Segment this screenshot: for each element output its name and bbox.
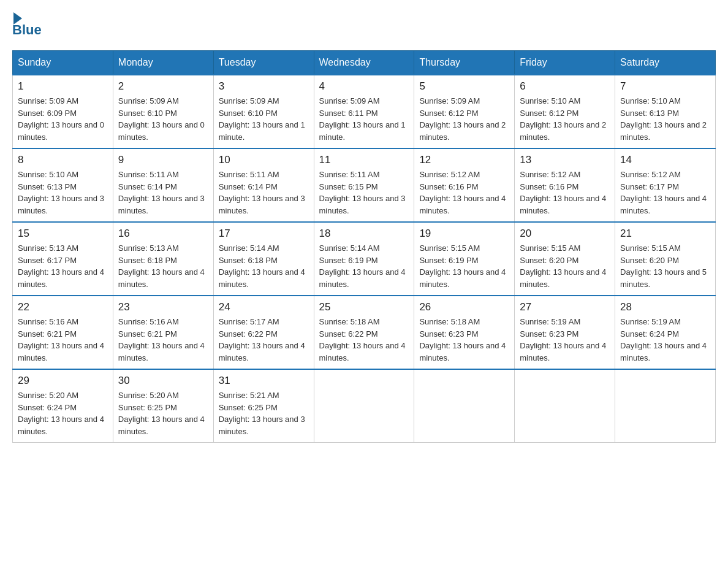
daylight-label: Daylight: 13 hours and 4 minutes. <box>620 194 707 215</box>
calendar-week-row: 1 Sunrise: 5:09 AM Sunset: 6:09 PM Dayli… <box>13 75 716 148</box>
sunset-label: Sunset: 6:13 PM <box>620 109 679 118</box>
calendar-week-row: 22 Sunrise: 5:16 AM Sunset: 6:21 PM Dayl… <box>13 296 716 369</box>
day-info: Sunrise: 5:19 AM Sunset: 6:24 PM Dayligh… <box>620 316 710 364</box>
sunset-label: Sunset: 6:14 PM <box>219 182 278 191</box>
calendar-day-cell <box>414 369 515 443</box>
day-info: Sunrise: 5:19 AM Sunset: 6:23 PM Dayligh… <box>520 316 610 364</box>
day-info: Sunrise: 5:12 AM Sunset: 6:16 PM Dayligh… <box>520 169 610 216</box>
sunrise-label: Sunrise: 5:12 AM <box>419 170 480 179</box>
sunrise-label: Sunrise: 5:19 AM <box>620 317 681 326</box>
sunset-label: Sunset: 6:12 PM <box>419 109 478 118</box>
header-tuesday: Tuesday <box>213 51 314 75</box>
sunrise-label: Sunrise: 5:20 AM <box>118 391 179 400</box>
sunset-label: Sunset: 6:13 PM <box>18 182 77 191</box>
sunset-label: Sunset: 6:18 PM <box>219 256 278 265</box>
day-info: Sunrise: 5:10 AM Sunset: 6:13 PM Dayligh… <box>18 169 108 216</box>
calendar-day-cell: 11 Sunrise: 5:11 AM Sunset: 6:15 PM Dayl… <box>314 148 414 222</box>
sunrise-label: Sunrise: 5:13 AM <box>118 243 179 253</box>
calendar-week-row: 29 Sunrise: 5:20 AM Sunset: 6:24 PM Dayl… <box>13 369 716 443</box>
daylight-label: Daylight: 13 hours and 2 minutes. <box>419 120 506 142</box>
calendar-day-cell: 8 Sunrise: 5:10 AM Sunset: 6:13 PM Dayli… <box>13 148 113 222</box>
calendar-day-cell: 23 Sunrise: 5:16 AM Sunset: 6:21 PM Dayl… <box>113 296 213 369</box>
sunset-label: Sunset: 6:18 PM <box>118 256 177 265</box>
day-info: Sunrise: 5:13 AM Sunset: 6:18 PM Dayligh… <box>118 242 208 290</box>
calendar-day-cell: 27 Sunrise: 5:19 AM Sunset: 6:23 PM Dayl… <box>515 296 615 369</box>
calendar-day-cell: 30 Sunrise: 5:20 AM Sunset: 6:25 PM Dayl… <box>113 369 213 443</box>
day-number: 7 <box>620 80 710 93</box>
sunset-label: Sunset: 6:22 PM <box>219 329 278 339</box>
calendar-week-row: 15 Sunrise: 5:13 AM Sunset: 6:17 PM Dayl… <box>13 222 716 296</box>
day-info: Sunrise: 5:18 AM Sunset: 6:23 PM Dayligh… <box>419 316 509 364</box>
daylight-label: Daylight: 13 hours and 3 minutes. <box>319 194 406 215</box>
day-info: Sunrise: 5:11 AM Sunset: 6:14 PM Dayligh… <box>219 169 309 216</box>
calendar-day-cell: 3 Sunrise: 5:09 AM Sunset: 6:10 PM Dayli… <box>213 75 314 148</box>
sunrise-label: Sunrise: 5:18 AM <box>319 317 380 326</box>
sunrise-label: Sunrise: 5:09 AM <box>219 96 279 105</box>
calendar-day-cell: 6 Sunrise: 5:10 AM Sunset: 6:12 PM Dayli… <box>515 75 615 148</box>
sunset-label: Sunset: 6:25 PM <box>219 403 278 412</box>
calendar-day-cell: 18 Sunrise: 5:14 AM Sunset: 6:19 PM Dayl… <box>314 222 414 296</box>
day-info: Sunrise: 5:20 AM Sunset: 6:25 PM Dayligh… <box>118 389 208 437</box>
daylight-label: Daylight: 13 hours and 3 minutes. <box>219 415 305 436</box>
daylight-label: Daylight: 13 hours and 2 minutes. <box>520 120 606 142</box>
day-number: 8 <box>18 154 108 166</box>
day-number: 23 <box>118 301 208 313</box>
day-number: 12 <box>419 154 509 166</box>
daylight-label: Daylight: 13 hours and 3 minutes. <box>118 194 205 215</box>
calendar-day-cell: 26 Sunrise: 5:18 AM Sunset: 6:23 PM Dayl… <box>414 296 515 369</box>
sunset-label: Sunset: 6:21 PM <box>118 329 177 339</box>
day-number: 21 <box>620 228 710 240</box>
daylight-label: Daylight: 13 hours and 3 minutes. <box>18 194 104 215</box>
day-number: 4 <box>319 80 409 93</box>
calendar-day-cell: 2 Sunrise: 5:09 AM Sunset: 6:10 PM Dayli… <box>113 75 213 148</box>
daylight-label: Daylight: 13 hours and 4 minutes. <box>520 267 606 289</box>
daylight-label: Daylight: 13 hours and 4 minutes. <box>118 341 205 362</box>
calendar-header-row: Sunday Monday Tuesday Wednesday Thursday… <box>13 51 716 75</box>
daylight-label: Daylight: 13 hours and 4 minutes. <box>118 267 205 289</box>
day-number: 1 <box>18 80 108 93</box>
day-info: Sunrise: 5:09 AM Sunset: 6:12 PM Dayligh… <box>419 95 509 143</box>
day-info: Sunrise: 5:15 AM Sunset: 6:20 PM Dayligh… <box>620 242 710 290</box>
sunrise-label: Sunrise: 5:09 AM <box>18 96 78 105</box>
calendar-day-cell: 4 Sunrise: 5:09 AM Sunset: 6:11 PM Dayli… <box>314 75 414 148</box>
logo: Blue <box>12 12 42 38</box>
sunrise-label: Sunrise: 5:18 AM <box>419 317 480 326</box>
daylight-label: Daylight: 13 hours and 4 minutes. <box>219 267 305 289</box>
sunset-label: Sunset: 6:14 PM <box>118 182 177 191</box>
calendar-table: Sunday Monday Tuesday Wednesday Thursday… <box>12 50 716 443</box>
daylight-label: Daylight: 13 hours and 4 minutes. <box>419 341 506 362</box>
sunrise-label: Sunrise: 5:12 AM <box>520 170 580 179</box>
calendar-day-cell: 22 Sunrise: 5:16 AM Sunset: 6:21 PM Dayl… <box>13 296 113 369</box>
day-number: 6 <box>520 80 610 93</box>
sunset-label: Sunset: 6:24 PM <box>620 329 679 339</box>
day-info: Sunrise: 5:17 AM Sunset: 6:22 PM Dayligh… <box>219 316 309 364</box>
calendar-day-cell: 5 Sunrise: 5:09 AM Sunset: 6:12 PM Dayli… <box>414 75 515 148</box>
calendar-day-cell: 7 Sunrise: 5:10 AM Sunset: 6:13 PM Dayli… <box>615 75 716 148</box>
daylight-label: Daylight: 13 hours and 4 minutes. <box>18 341 104 362</box>
daylight-label: Daylight: 13 hours and 4 minutes. <box>118 415 205 436</box>
daylight-label: Daylight: 13 hours and 4 minutes. <box>520 341 606 362</box>
calendar-day-cell: 1 Sunrise: 5:09 AM Sunset: 6:09 PM Dayli… <box>13 75 113 148</box>
day-number: 5 <box>419 80 509 93</box>
calendar-day-cell: 19 Sunrise: 5:15 AM Sunset: 6:19 PM Dayl… <box>414 222 515 296</box>
day-info: Sunrise: 5:09 AM Sunset: 6:10 PM Dayligh… <box>219 95 309 143</box>
sunset-label: Sunset: 6:23 PM <box>419 329 478 339</box>
calendar-day-cell: 24 Sunrise: 5:17 AM Sunset: 6:22 PM Dayl… <box>213 296 314 369</box>
sunrise-label: Sunrise: 5:16 AM <box>118 317 179 326</box>
sunrise-label: Sunrise: 5:10 AM <box>18 170 78 179</box>
day-info: Sunrise: 5:16 AM Sunset: 6:21 PM Dayligh… <box>118 316 208 364</box>
daylight-label: Daylight: 13 hours and 0 minutes. <box>18 120 104 142</box>
sunrise-label: Sunrise: 5:21 AM <box>219 391 279 400</box>
calendar-day-cell: 21 Sunrise: 5:15 AM Sunset: 6:20 PM Dayl… <box>615 222 716 296</box>
day-info: Sunrise: 5:15 AM Sunset: 6:20 PM Dayligh… <box>520 242 610 290</box>
daylight-label: Daylight: 13 hours and 2 minutes. <box>620 120 707 142</box>
day-number: 10 <box>219 154 309 166</box>
day-info: Sunrise: 5:10 AM Sunset: 6:13 PM Dayligh… <box>620 95 710 143</box>
sunrise-label: Sunrise: 5:16 AM <box>18 317 78 326</box>
sunrise-label: Sunrise: 5:15 AM <box>419 243 480 253</box>
sunset-label: Sunset: 6:16 PM <box>520 182 578 191</box>
day-info: Sunrise: 5:12 AM Sunset: 6:17 PM Dayligh… <box>620 169 710 216</box>
daylight-label: Daylight: 13 hours and 4 minutes. <box>18 415 104 436</box>
day-number: 11 <box>319 154 409 166</box>
sunrise-label: Sunrise: 5:11 AM <box>319 170 380 179</box>
